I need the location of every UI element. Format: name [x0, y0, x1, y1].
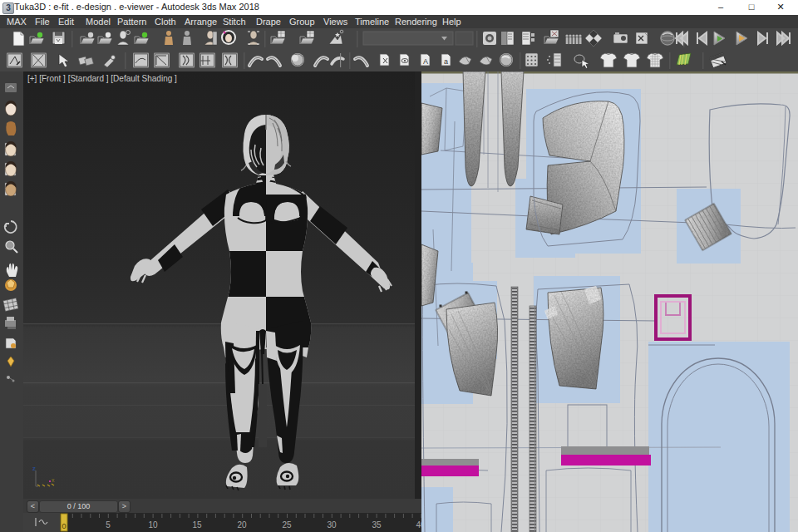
svg-text:A: A	[423, 57, 428, 66]
svg-text:30: 30	[327, 520, 337, 530]
svg-text:35: 35	[372, 520, 382, 530]
svg-text:20: 20	[237, 520, 247, 530]
svg-text:25: 25	[282, 520, 292, 530]
svg-text:15: 15	[192, 520, 202, 530]
svg-text:x: x	[52, 477, 55, 483]
svg-text:5: 5	[106, 520, 111, 530]
svg-text:0: 0	[62, 522, 66, 530]
svg-text:z: z	[32, 465, 36, 472]
svg-text:10: 10	[148, 520, 158, 530]
svg-text:a: a	[444, 57, 448, 66]
